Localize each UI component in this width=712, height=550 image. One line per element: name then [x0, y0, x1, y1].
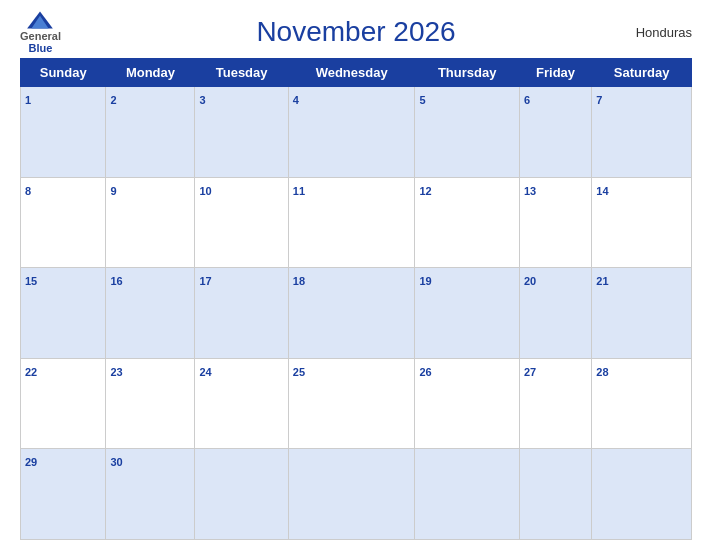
day-number: 26	[419, 366, 431, 378]
calendar-day-cell: 28	[592, 358, 692, 449]
calendar-day-cell: 15	[21, 268, 106, 359]
calendar-day-cell: 30	[106, 449, 195, 540]
calendar-day-cell: 1	[21, 87, 106, 178]
day-number: 20	[524, 275, 536, 287]
calendar-day-cell: 26	[415, 358, 519, 449]
weekday-header-sunday: Sunday	[21, 59, 106, 87]
day-number: 21	[596, 275, 608, 287]
weekday-header-friday: Friday	[519, 59, 591, 87]
calendar-week-row: 1234567	[21, 87, 692, 178]
calendar-day-cell	[592, 449, 692, 540]
weekday-header-row: SundayMondayTuesdayWednesdayThursdayFrid…	[21, 59, 692, 87]
calendar-day-cell: 21	[592, 268, 692, 359]
calendar-day-cell: 8	[21, 177, 106, 268]
weekday-header-monday: Monday	[106, 59, 195, 87]
calendar-day-cell	[415, 449, 519, 540]
calendar-day-cell	[195, 449, 288, 540]
calendar-day-cell: 2	[106, 87, 195, 178]
day-number: 14	[596, 185, 608, 197]
day-number: 11	[293, 185, 305, 197]
day-number: 5	[419, 94, 425, 106]
generalblue-logo: General Blue	[20, 10, 61, 54]
weekday-header-tuesday: Tuesday	[195, 59, 288, 87]
calendar-header: General Blue November 2026 Honduras	[20, 10, 692, 54]
calendar-day-cell: 29	[21, 449, 106, 540]
calendar-day-cell: 18	[288, 268, 415, 359]
day-number: 17	[199, 275, 211, 287]
calendar-day-cell: 13	[519, 177, 591, 268]
calendar-day-cell: 27	[519, 358, 591, 449]
logo-general-text: General	[20, 30, 61, 42]
calendar-day-cell: 11	[288, 177, 415, 268]
day-number: 19	[419, 275, 431, 287]
calendar-day-cell: 16	[106, 268, 195, 359]
calendar-table: SundayMondayTuesdayWednesdayThursdayFrid…	[20, 58, 692, 540]
logo-icon	[25, 10, 55, 30]
day-number: 27	[524, 366, 536, 378]
calendar-day-cell: 23	[106, 358, 195, 449]
day-number: 15	[25, 275, 37, 287]
calendar-day-cell: 20	[519, 268, 591, 359]
weekday-header-saturday: Saturday	[592, 59, 692, 87]
day-number: 10	[199, 185, 211, 197]
day-number: 29	[25, 456, 37, 468]
day-number: 4	[293, 94, 299, 106]
day-number: 22	[25, 366, 37, 378]
calendar-day-cell: 7	[592, 87, 692, 178]
calendar-day-cell: 5	[415, 87, 519, 178]
country-label: Honduras	[636, 25, 692, 40]
day-number: 6	[524, 94, 530, 106]
calendar-day-cell: 25	[288, 358, 415, 449]
calendar-day-cell: 3	[195, 87, 288, 178]
day-number: 8	[25, 185, 31, 197]
calendar-day-cell	[288, 449, 415, 540]
weekday-header-wednesday: Wednesday	[288, 59, 415, 87]
calendar-day-cell: 9	[106, 177, 195, 268]
day-number: 30	[110, 456, 122, 468]
calendar-day-cell: 14	[592, 177, 692, 268]
logo-blue-text: Blue	[29, 42, 53, 54]
day-number: 23	[110, 366, 122, 378]
calendar-day-cell: 4	[288, 87, 415, 178]
calendar-day-cell	[519, 449, 591, 540]
day-number: 18	[293, 275, 305, 287]
month-title: November 2026	[256, 16, 455, 48]
calendar-day-cell: 19	[415, 268, 519, 359]
day-number: 25	[293, 366, 305, 378]
calendar-week-row: 15161718192021	[21, 268, 692, 359]
calendar-week-row: 2930	[21, 449, 692, 540]
day-number: 1	[25, 94, 31, 106]
day-number: 7	[596, 94, 602, 106]
day-number: 16	[110, 275, 122, 287]
calendar-day-cell: 12	[415, 177, 519, 268]
calendar-day-cell: 22	[21, 358, 106, 449]
day-number: 3	[199, 94, 205, 106]
weekday-header-thursday: Thursday	[415, 59, 519, 87]
calendar-week-row: 891011121314	[21, 177, 692, 268]
calendar-day-cell: 10	[195, 177, 288, 268]
day-number: 2	[110, 94, 116, 106]
calendar-day-cell: 24	[195, 358, 288, 449]
calendar-day-cell: 17	[195, 268, 288, 359]
day-number: 24	[199, 366, 211, 378]
calendar-week-row: 22232425262728	[21, 358, 692, 449]
day-number: 28	[596, 366, 608, 378]
day-number: 12	[419, 185, 431, 197]
calendar-day-cell: 6	[519, 87, 591, 178]
day-number: 13	[524, 185, 536, 197]
day-number: 9	[110, 185, 116, 197]
